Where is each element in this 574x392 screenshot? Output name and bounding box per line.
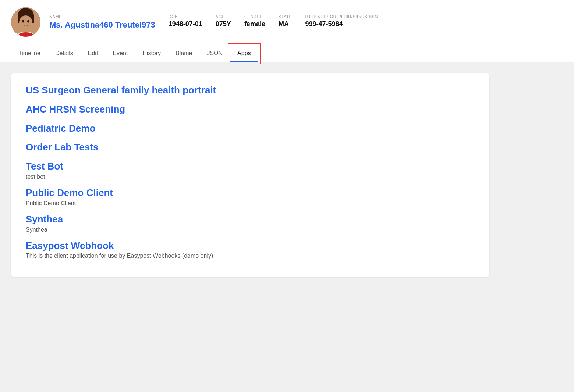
app-title[interactable]: Public Demo Client — [26, 187, 475, 199]
app-item: Pediatric Demo — [26, 122, 475, 135]
tab-details[interactable]: Details — [48, 46, 81, 62]
tab-history[interactable]: History — [135, 46, 168, 62]
nav-tabs: Timeline Details Edit Event History Blam… — [11, 46, 563, 62]
svg-point-5 — [27, 20, 29, 23]
state-field: STATE MA — [279, 14, 292, 28]
tab-edit[interactable]: Edit — [81, 46, 106, 62]
tab-json[interactable]: JSON — [199, 46, 230, 62]
name-field: NAME Ms. Agustina460 Treutel973 — [49, 14, 155, 30]
app-title[interactable]: Synthea — [26, 213, 475, 226]
app-item: SyntheaSynthea — [26, 213, 475, 233]
svg-point-3 — [19, 15, 32, 30]
name-label: NAME — [49, 14, 155, 19]
tab-apps[interactable]: Apps — [230, 46, 258, 62]
app-title[interactable]: US Surgeon General family health portrai… — [26, 84, 475, 97]
dob-label: DOB — [169, 14, 202, 19]
patient-info-bar: NAME Ms. Agustina460 Treutel973 DOB 1948… — [11, 7, 563, 43]
tab-blame[interactable]: Blame — [168, 46, 199, 62]
app-description: This is the client application for use b… — [26, 253, 475, 259]
app-title[interactable]: Test Bot — [26, 160, 475, 173]
app-item: US Surgeon General family health portrai… — [26, 84, 475, 97]
dob-field: DOB 1948-07-01 — [169, 14, 202, 28]
app-item: AHC HRSN Screening — [26, 103, 475, 116]
name-value: Ms. Agustina460 Treutel973 — [49, 20, 155, 30]
ssn-label: HTTP://HL7.ORG/FHIR/SID/US-SSN — [305, 14, 378, 19]
age-label: AGE — [216, 14, 231, 19]
app-item: Easypost WebhookThis is the client appli… — [26, 240, 475, 260]
app-item: Order Lab Tests — [26, 141, 475, 154]
app-item: Test Bottest bot — [26, 160, 475, 180]
app-item: Public Demo ClientPublic Demo Client — [26, 187, 475, 207]
gender-field: GENDER female — [244, 14, 265, 28]
ssn-field: HTTP://HL7.ORG/FHIR/SID/US-SSN 999-47-59… — [305, 14, 378, 28]
age-field: AGE 075Y — [216, 14, 231, 28]
apps-card: US Surgeon General family health portrai… — [11, 73, 489, 277]
age-value: 075Y — [216, 20, 231, 28]
svg-point-4 — [22, 20, 24, 23]
tab-timeline[interactable]: Timeline — [11, 46, 48, 62]
app-title[interactable]: Pediatric Demo — [26, 122, 475, 135]
state-value: MA — [279, 20, 292, 28]
state-label: STATE — [279, 14, 292, 19]
main-content: US Surgeon General family health portrai… — [0, 62, 574, 288]
dob-value: 1948-07-01 — [169, 20, 202, 28]
app-title[interactable]: AHC HRSN Screening — [26, 103, 475, 116]
app-title[interactable]: Order Lab Tests — [26, 141, 475, 154]
page-header: NAME Ms. Agustina460 Treutel973 DOB 1948… — [0, 0, 574, 62]
ssn-value: 999-47-5984 — [305, 20, 378, 28]
app-description: Public Demo Client — [26, 200, 475, 207]
app-title[interactable]: Easypost Webhook — [26, 240, 475, 252]
patient-fields: NAME Ms. Agustina460 Treutel973 DOB 1948… — [49, 14, 378, 30]
app-description: test bot — [26, 174, 475, 180]
gender-value: female — [244, 20, 265, 28]
app-description: Synthea — [26, 227, 475, 233]
avatar — [11, 7, 40, 37]
tab-event[interactable]: Event — [105, 46, 135, 62]
gender-label: GENDER — [244, 14, 265, 19]
